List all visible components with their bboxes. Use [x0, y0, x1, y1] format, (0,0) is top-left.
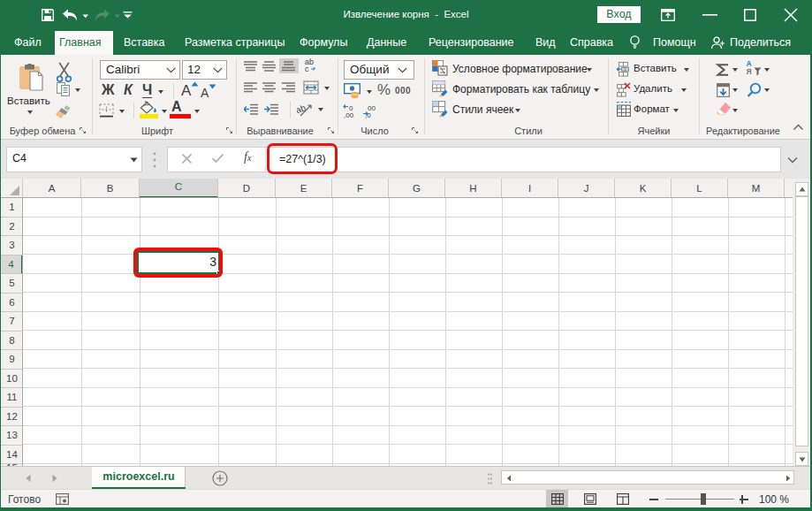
svg-text:c: c — [305, 65, 309, 72]
svg-text:А: А — [747, 59, 752, 68]
svg-text:,00: ,00 — [344, 111, 354, 118]
svg-text:ab: ab — [297, 103, 307, 115]
svg-text:Я: Я — [747, 67, 752, 76]
